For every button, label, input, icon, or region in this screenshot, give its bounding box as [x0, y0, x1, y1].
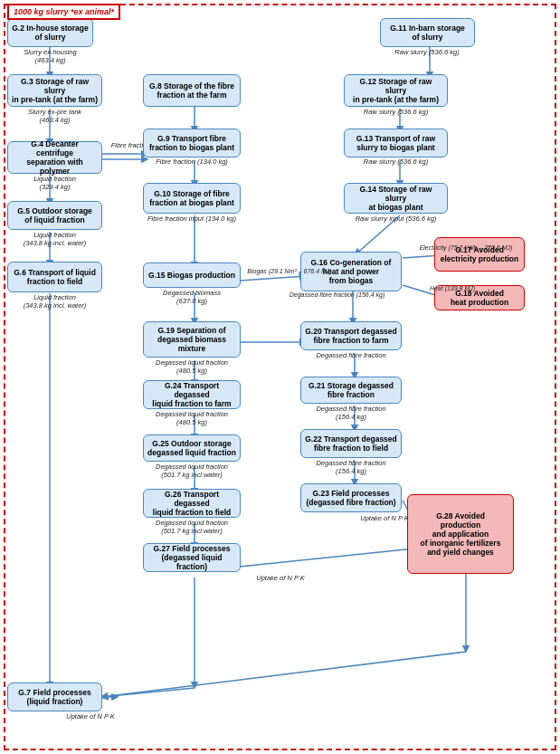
- g24-box: G.24 Transport degassedliquid fraction t…: [143, 380, 241, 409]
- svg-line-32: [101, 652, 466, 697]
- g10-label: G.10 Storage of fibrefraction at biogas …: [149, 189, 234, 207]
- g20-box: G.20 Transport degassedfibre fraction to…: [300, 321, 402, 350]
- g12-box: G.12 Storage of raw slurryin pre-tank (a…: [344, 74, 448, 107]
- title-italic: *ex animal*: [71, 7, 114, 16]
- g26-box: G.26 Transport degassedliquid fraction t…: [143, 489, 241, 518]
- svg-line-28: [240, 549, 414, 567]
- flow-degassed-liquid-501-2: Degassed liquid fraction(501.7 kg incl w…: [143, 519, 241, 535]
- g24-label: G.24 Transport degassedliquid fraction t…: [147, 381, 236, 409]
- g2-label: G.2 In-house storageof slurry: [12, 24, 89, 42]
- title-box: 1000 kg slurry *ex animal*: [7, 4, 120, 20]
- g6-box: G.6 Transport of liquidfraction to field: [7, 262, 102, 292]
- g28-label: G.28 Avoidedproductionand applicationof …: [421, 511, 501, 558]
- g4-box: G.4 Decanter centrifugeseparation with p…: [7, 141, 102, 174]
- flow-degassed-liquid-480-1: Degassed liquid fraction(480.5 kg): [143, 358, 241, 375]
- g3-box: G.3 Storage of raw slurryin pre-tank (at…: [7, 74, 102, 107]
- flow-degassed-fibre-156-2: Degassed fibre fraction(156.4 kg): [300, 405, 402, 421]
- flow-liquid-343-2: Liquid fraction(343.8 kg incl. water): [7, 293, 102, 310]
- g25-label: G.25 Outdoor storagedegassed liquid frac…: [147, 439, 236, 457]
- flow-slurry-ex-pre-tank: Slurry ex-pre tank(463.4 kg): [7, 108, 102, 124]
- g27-label: G.27 Field processes(degassed liquid fra…: [147, 544, 236, 572]
- g4-label: G.4 Decanter centrifugeseparation with p…: [12, 139, 98, 177]
- flow-degassed-liquid-480-2: Degassed liquid fraction(480.5 kg): [143, 410, 241, 426]
- flow-degassed-liquid-501-1: Degassed liquid fraction(501.7 kg incl w…: [143, 463, 241, 479]
- flow-degassed-fibre-156-3: Degassed fibre fraction(156.4 kg): [300, 459, 402, 475]
- g14-label: G.14 Storage of raw slurryat biogas plan…: [348, 185, 443, 213]
- svg-line-30: [101, 688, 195, 697]
- g13-label: G.13 Transport of rawslurry to biogas pl…: [356, 134, 435, 152]
- g23-box: G.23 Field processes(degassed fibre frac…: [300, 483, 402, 512]
- flow-liquid-343-1: Liquid fraction(343.8 kg incl. water): [7, 231, 102, 247]
- flow-slurry-ex-housing: Slurry ex-housing(463.4 kg): [7, 48, 93, 64]
- g17-box: G.17 Avoidedelectricity production: [434, 237, 525, 272]
- flow-fibre-input-134: Fibre fraction input (134.0 kg): [143, 215, 241, 223]
- diagram-container: 1000 kg slurry *ex animal*: [0, 0, 560, 754]
- g23-label: G.23 Field processes(degassed fibre frac…: [306, 489, 395, 507]
- flow-degassed-fibre-156-1: Degassed fibre fraction (156.4 kg): [280, 291, 394, 299]
- g7-box: G.7 Field processes(liquid fraction): [7, 682, 102, 711]
- g21-box: G.21 Storage degassedfibre fraction: [300, 377, 402, 404]
- flow-electricity: Electricity (75.2 kWh – 270.6 MJ): [407, 244, 525, 252]
- g19-label: G.19 Separation ofdegassed biomassmixtur…: [157, 326, 226, 354]
- g5-label: G.5 Outdoor storageof liquid fraction: [17, 206, 92, 224]
- g12-label: G.12 Storage of raw slurryin pre-tank (a…: [348, 77, 443, 105]
- svg-line-14: [240, 276, 306, 281]
- flow-degassed-biomass: Degassed biomass(637.0 kg): [143, 289, 241, 305]
- flow-liquid-329: Liquid fraction(329.4 kg): [7, 175, 102, 191]
- flow-raw-slurry-input: Raw slurry input (536.6 kg): [344, 215, 448, 223]
- g19-box: G.19 Separation ofdegassed biomassmixtur…: [143, 321, 241, 358]
- g2-box: G.2 In-house storageof slurry: [7, 18, 93, 47]
- g10-box: G.10 Storage of fibrefraction at biogas …: [143, 183, 241, 214]
- flow-degassed-fibre-1: Degassed fibre fraction: [300, 351, 402, 359]
- g21-label: G.21 Storage degassedfibre fraction: [308, 381, 394, 399]
- flow-raw-slurry-536-1: Raw slurry (536.6 kg): [378, 48, 476, 56]
- title-text: 1000 kg slurry *ex animal*: [14, 7, 114, 16]
- g5-box: G.5 Outdoor storageof liquid fraction: [7, 201, 102, 230]
- g14-box: G.14 Storage of raw slurryat biogas plan…: [344, 183, 448, 214]
- g8-label: G.8 Storage of the fibrefraction at the …: [149, 81, 234, 100]
- g26-label: G.26 Transport degassedliquid fraction t…: [147, 490, 236, 518]
- flow-uptake-npk-2: Uptake of N P K: [240, 574, 321, 582]
- g28-box: G.28 Avoidedproductionand applicationof …: [407, 494, 514, 574]
- g25-box: G.25 Outdoor storagedegassed liquid frac…: [143, 434, 241, 462]
- g6-label: G.6 Transport of liquidfraction to field: [14, 268, 96, 286]
- g9-label: G.9 Transport fibrefraction to biogas pl…: [149, 134, 234, 152]
- g7-label: G.7 Field processes(liquid fraction): [18, 688, 90, 706]
- g13-box: G.13 Transport of rawslurry to biogas pl…: [344, 129, 448, 157]
- g11-box: G.11 In-barn storageof slurry: [380, 18, 475, 47]
- flow-fibre-134-2: Fibre fraction (134.0 kg): [143, 157, 241, 166]
- flow-raw-slurry-536-2: Raw slurry (536.6 kg): [344, 108, 448, 116]
- g15-label: G.15 Biogas production: [148, 271, 235, 280]
- g27-box: G.27 Field processes(degassed liquid fra…: [143, 543, 241, 572]
- flow-heat: Heat (139.8 MJ): [407, 285, 498, 292]
- g3-label: G.3 Storage of raw slurryin pre-tank (at…: [12, 77, 98, 105]
- g9-box: G.9 Transport fibrefraction to biogas pl…: [143, 129, 241, 157]
- flow-raw-slurry-536-3: Raw slurry (536.6 kg): [344, 157, 448, 166]
- flow-biogas: Biogas (29.1 Nm³ – 676.4 MJ): [235, 268, 344, 275]
- g22-box: G.22 Transport degassedfibre fraction to…: [300, 429, 402, 458]
- g20-label: G.20 Transport degassedfibre fraction to…: [305, 327, 397, 345]
- g22-label: G.22 Transport degassedfibre fraction to…: [305, 434, 397, 453]
- g15-box: G.15 Biogas production: [143, 262, 241, 288]
- g11-label: G.11 In-barn storageof slurry: [390, 24, 465, 42]
- flow-uptake-npk-3: Uptake of N P K: [50, 712, 131, 721]
- g8-box: G.8 Storage of the fibrefraction at the …: [143, 74, 241, 107]
